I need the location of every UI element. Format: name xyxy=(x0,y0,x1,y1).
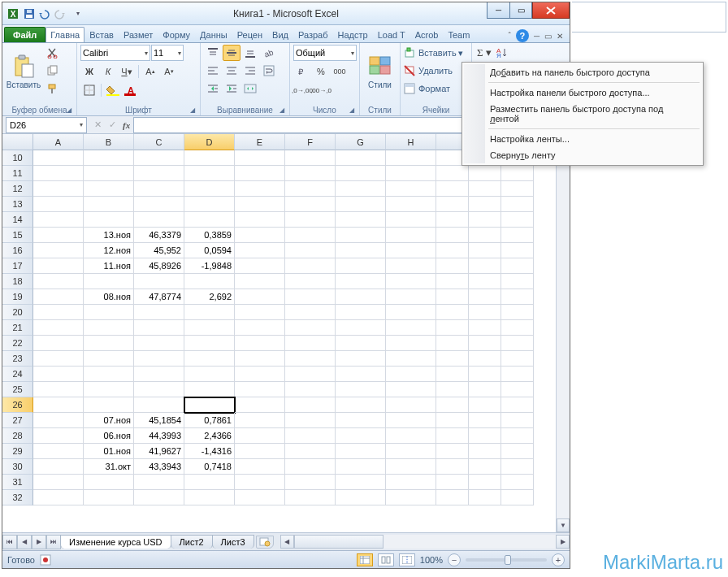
cell[interactable] xyxy=(134,351,184,367)
cell[interactable] xyxy=(436,336,469,351)
cell[interactable] xyxy=(469,351,501,367)
doc-minimize-icon[interactable]: ─ xyxy=(534,32,540,41)
row-header[interactable]: 15 xyxy=(2,228,33,243)
cell[interactable] xyxy=(336,459,386,475)
cell[interactable] xyxy=(33,413,84,428)
cell[interactable] xyxy=(33,475,84,490)
cell[interactable] xyxy=(33,181,84,197)
cell[interactable] xyxy=(386,150,436,166)
cell[interactable]: 2,4366 xyxy=(184,428,235,444)
font-launcher-icon[interactable]: ◢ xyxy=(188,106,197,115)
wrap-text-icon[interactable] xyxy=(260,63,278,79)
cell[interactable] xyxy=(501,320,534,336)
sheet-nav-last-icon[interactable]: ⏭ xyxy=(46,535,61,549)
cell[interactable] xyxy=(134,397,184,413)
cell[interactable] xyxy=(33,289,84,305)
cell[interactable] xyxy=(336,320,386,336)
cell[interactable] xyxy=(235,367,285,382)
ribbon-tab[interactable]: Встав xyxy=(84,27,119,42)
cell[interactable] xyxy=(184,475,235,490)
cell[interactable] xyxy=(336,397,386,413)
horizontal-scrollbar[interactable]: ◀ ▶ xyxy=(280,535,570,549)
cell[interactable] xyxy=(33,274,84,289)
number-launcher-icon[interactable]: ◢ xyxy=(348,106,356,115)
cell[interactable]: 0,3859 xyxy=(184,228,235,243)
sheet-tab[interactable]: Лист3 xyxy=(212,535,254,549)
increase-font-icon[interactable]: A▴ xyxy=(141,63,159,80)
cell[interactable] xyxy=(285,289,336,305)
cell[interactable]: 46,3379 xyxy=(134,228,184,243)
row-header[interactable]: 26 xyxy=(2,397,33,413)
ribbon-tab[interactable]: Load T xyxy=(373,27,410,42)
cell[interactable] xyxy=(235,428,285,444)
cell[interactable] xyxy=(285,150,336,166)
cell[interactable] xyxy=(501,351,534,367)
cell[interactable] xyxy=(386,444,436,459)
ribbon-minimize-icon[interactable]: ˆ xyxy=(509,32,511,41)
cell[interactable] xyxy=(436,367,469,382)
cell[interactable] xyxy=(436,197,469,212)
italic-icon[interactable]: К xyxy=(99,63,117,80)
cell[interactable] xyxy=(336,228,386,243)
cell[interactable] xyxy=(336,305,386,320)
cell[interactable] xyxy=(386,243,436,258)
sheet-nav-prev-icon[interactable]: ◀ xyxy=(17,535,32,549)
cell[interactable] xyxy=(285,197,336,212)
autosum-icon[interactable]: Σ ▾ xyxy=(475,45,493,61)
column-header[interactable]: H xyxy=(386,134,436,150)
cell[interactable] xyxy=(33,305,84,320)
cell[interactable] xyxy=(336,166,386,181)
cell[interactable]: 06.ноя xyxy=(84,428,134,444)
cell[interactable] xyxy=(134,475,184,490)
cell[interactable] xyxy=(134,274,184,289)
cell[interactable] xyxy=(469,243,501,258)
cell[interactable] xyxy=(386,459,436,475)
borders-icon[interactable] xyxy=(80,82,98,98)
cell[interactable] xyxy=(33,150,84,166)
cell[interactable] xyxy=(386,274,436,289)
cell[interactable] xyxy=(184,351,235,367)
cell[interactable] xyxy=(134,305,184,320)
cell[interactable] xyxy=(285,166,336,181)
cell[interactable] xyxy=(436,382,469,397)
cell[interactable] xyxy=(501,181,534,197)
row-header[interactable]: 29 xyxy=(2,444,33,459)
macro-record-icon[interactable] xyxy=(40,554,51,566)
cell[interactable] xyxy=(436,320,469,336)
excel-app-icon[interactable]: X xyxy=(6,7,20,21)
cell[interactable] xyxy=(336,197,386,212)
cell[interactable] xyxy=(285,243,336,258)
scroll-down-icon[interactable]: ▼ xyxy=(557,518,570,532)
cell[interactable] xyxy=(235,305,285,320)
cell[interactable] xyxy=(184,212,235,228)
ribbon-tab[interactable]: Размет xyxy=(119,27,158,42)
zoom-in-icon[interactable]: + xyxy=(552,553,565,566)
ribbon-tab[interactable]: Форму xyxy=(158,27,195,42)
row-header[interactable]: 16 xyxy=(2,243,33,258)
cell[interactable] xyxy=(285,336,336,351)
cell[interactable]: -1,9848 xyxy=(184,258,235,274)
cell[interactable] xyxy=(336,212,386,228)
cell[interactable] xyxy=(336,382,386,397)
cell[interactable] xyxy=(184,150,235,166)
row-header[interactable]: 21 xyxy=(2,320,33,336)
cell[interactable] xyxy=(235,166,285,181)
cell[interactable] xyxy=(501,428,534,444)
cell[interactable] xyxy=(436,166,469,181)
row-header[interactable]: 19 xyxy=(2,289,33,305)
cell[interactable] xyxy=(501,274,534,289)
qat-customize-icon[interactable]: ▾ xyxy=(71,7,85,21)
cell[interactable] xyxy=(285,475,336,490)
cell[interactable] xyxy=(184,181,235,197)
cell[interactable] xyxy=(84,367,134,382)
cell[interactable] xyxy=(436,305,469,320)
fx-icon[interactable]: fx xyxy=(123,120,130,130)
vertical-scrollbar[interactable]: ▲ ▼ xyxy=(556,150,570,532)
cell[interactable] xyxy=(336,490,386,505)
cell[interactable] xyxy=(33,459,84,475)
cell[interactable] xyxy=(469,320,501,336)
cell[interactable] xyxy=(235,320,285,336)
file-tab[interactable]: Файл xyxy=(4,27,46,42)
bold-icon[interactable]: Ж xyxy=(80,63,98,80)
accounting-format-icon[interactable]: ₽ xyxy=(293,63,311,80)
